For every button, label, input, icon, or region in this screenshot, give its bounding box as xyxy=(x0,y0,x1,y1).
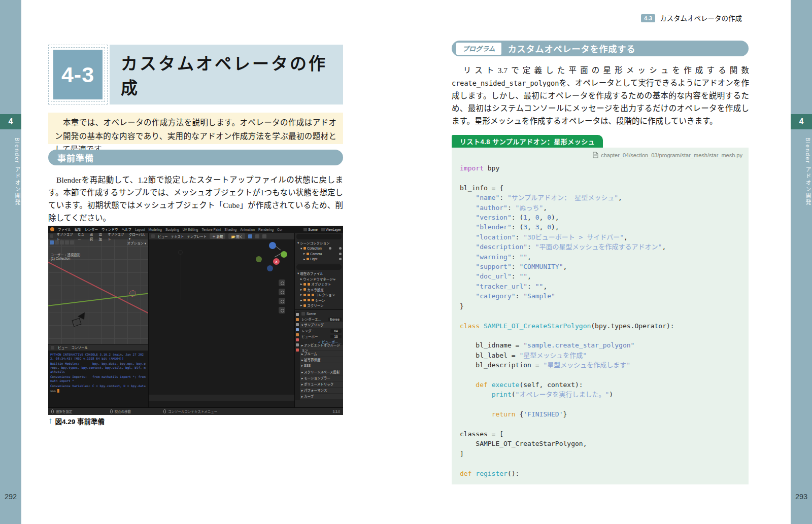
section-header: 4-3 カスタムオペレータの作成 xyxy=(48,45,343,104)
datablock-icon xyxy=(312,299,314,301)
code-token: , xyxy=(527,223,535,231)
sampling-viewport-row: ビューポー16 xyxy=(300,334,343,339)
code-line: def register(): xyxy=(460,469,745,478)
code-token: } xyxy=(460,302,464,310)
chapter-label-right: Blender アドオン開発 xyxy=(791,133,812,209)
code-token: "location" xyxy=(476,233,515,241)
code-line xyxy=(460,370,745,380)
viewport-nav-tools xyxy=(279,280,285,313)
collapsed-section: ▸ モーションブラー xyxy=(300,375,343,381)
light-object xyxy=(181,253,181,300)
code-token: , xyxy=(527,272,531,280)
datablock-icon xyxy=(307,253,309,255)
datablock-icon xyxy=(303,247,306,250)
code-token: "doc_url" xyxy=(476,272,511,280)
chapter-tab-left: 4 xyxy=(0,114,21,129)
texteditor-menu-item: ビュー xyxy=(158,234,168,239)
code-token: classes = [ xyxy=(460,430,503,438)
tree-label: ウィンドウマネージャ xyxy=(303,276,336,282)
scene-icon xyxy=(303,228,307,231)
texteditor-button: 📂 開く xyxy=(228,233,245,239)
layout-icon xyxy=(255,234,259,238)
editor-type-icon xyxy=(51,346,54,350)
property-tab-icon xyxy=(296,338,299,341)
visibility-icon xyxy=(339,253,342,255)
scene-name: Scene xyxy=(307,312,316,316)
outliner-row: ▾ Collection xyxy=(295,246,343,252)
chapter-tab-right: 4 xyxy=(791,114,812,129)
code-line: "warning": "", xyxy=(460,252,745,262)
expander-icon: ▸ xyxy=(300,303,302,307)
code-line: "blender": (3, 3, 0), xyxy=(460,222,745,232)
right-edge-band: 4 Blender アドオン開発 293 xyxy=(791,0,812,524)
code-token: , xyxy=(662,243,666,251)
code-token xyxy=(460,253,476,261)
code-token: , xyxy=(563,263,567,270)
code-line: bl_info = { xyxy=(460,183,745,193)
code-line: } xyxy=(460,301,745,311)
code-token: : xyxy=(527,283,535,290)
viewport-options-dropdown: オプション ▾ xyxy=(127,240,146,246)
blendfile-row: ▸ カメラ設定 xyxy=(295,287,343,293)
layout-icon xyxy=(248,234,252,238)
blendfile-row: ▸ シーン xyxy=(295,298,343,303)
workspace-tab: Animation xyxy=(240,228,255,231)
expander-icon: ▸ xyxy=(300,298,302,302)
code-token: : xyxy=(507,204,516,212)
console-line: Builtin Modules: bpy, bpy.data, bpy.ops,… xyxy=(50,362,146,374)
code-line: "author": "ぬっち", xyxy=(460,203,745,213)
console-prompt: >>> xyxy=(50,389,146,393)
expander-icon: ▸ xyxy=(300,277,302,281)
menubar-item: レンダー xyxy=(85,227,98,232)
blendfile-row: ▸ ウィンドウマネージャ xyxy=(295,276,343,282)
blender-version: 3.3.0 xyxy=(333,410,340,413)
property-tab-icon xyxy=(296,318,299,321)
subsection-header: 事前準備 xyxy=(48,150,343,165)
chapter-label-text: Blender アドオン開発 xyxy=(0,137,21,206)
code-token: : xyxy=(512,253,520,261)
datablock-icon xyxy=(308,283,310,286)
figure-caption: ↑ 図4.29 事前準備 xyxy=(48,416,105,426)
editor-type-icon xyxy=(50,234,53,238)
code-token: } xyxy=(563,410,567,418)
tool-icon xyxy=(70,240,74,244)
code-token xyxy=(460,233,476,241)
axis-z-neg-handle xyxy=(267,265,273,271)
value: 64 xyxy=(330,329,342,333)
menubar-item: ヘルプ xyxy=(122,227,132,232)
workspace-tab: Sculpting xyxy=(165,228,179,231)
code-token: , xyxy=(539,223,548,231)
axis-y-neg-handle xyxy=(256,256,262,262)
section-title: カスタムオペレータの作成 xyxy=(121,50,343,99)
axis-x-handle: X xyxy=(273,258,280,265)
paragraph-text: リスト3.7で定義した平面の星形メッシュを作成する関数 xyxy=(452,66,749,75)
code-token: "version" xyxy=(476,214,511,221)
status-hint: 選択を設定 xyxy=(56,409,73,414)
mouse-icon xyxy=(110,409,113,413)
tree-label: コレクション xyxy=(315,292,335,297)
engine-value: Eevee xyxy=(328,318,342,321)
right-paragraph: リスト3.7で定義した平面の星形メッシュを作成する関数create_nsided… xyxy=(452,64,749,128)
code-token: bl_idname = xyxy=(460,341,523,349)
code-token: bl_label = xyxy=(460,352,519,359)
property-tab-icon xyxy=(296,348,299,352)
tool-icon xyxy=(55,240,59,244)
program-title: カスタムオペレータを作成する xyxy=(508,42,636,55)
label: ビューポー xyxy=(301,334,318,339)
blender-statusbar: 選択を設定 視点の移動 コンソールコンテキストメニュー 3.3.0 xyxy=(48,407,343,415)
code-token: "sample.create_star_polygon" xyxy=(523,341,634,349)
code-token: "Sample" xyxy=(523,292,555,300)
datablock-icon xyxy=(303,299,306,301)
blendfile-search-input xyxy=(296,264,342,270)
nav-gizmo: X xyxy=(253,242,291,277)
code-token: class xyxy=(460,322,480,330)
outliner-search-input xyxy=(296,234,342,239)
datablock-icon xyxy=(308,294,310,296)
code-token xyxy=(460,263,476,270)
chapter-label-left: Blender アドオン開発 xyxy=(0,133,21,209)
code-token xyxy=(460,272,476,280)
viewport-menu-item: 選択 xyxy=(90,233,96,241)
code-line: bl_description = "星型メッシュを作成します" xyxy=(460,360,745,370)
zoom-tool-icon xyxy=(279,280,285,286)
blender-menubar: ファイル編集レンダーウィンドウヘルプ LayoutModelingSculpti… xyxy=(48,226,343,233)
